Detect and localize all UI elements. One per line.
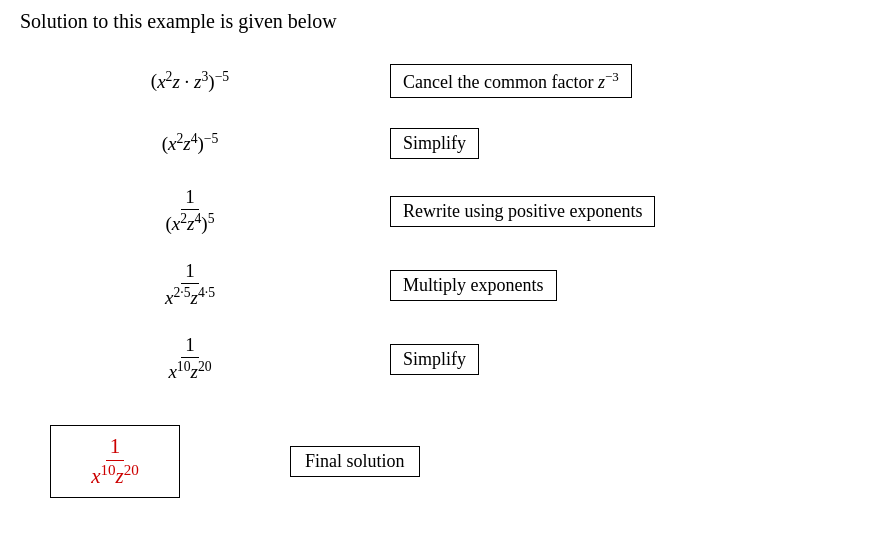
step-row-4: 1 x2·5z4·5 Multiply exponents: [50, 249, 850, 321]
step-label-1: Cancel the common factor z−3: [390, 64, 632, 98]
math-expr-5: 1 x10z20: [50, 334, 330, 383]
step-label-2: Simplify: [390, 128, 479, 159]
step-label-3: Rewrite using positive exponents: [390, 196, 655, 227]
step-row-1: (x2z · z3)−5 Cancel the common factor z−…: [50, 51, 850, 111]
page-title: Solution to this example is given below: [20, 10, 850, 33]
step-label-4: Multiply exponents: [390, 270, 557, 301]
final-row: 1 x10z20 Final solution: [50, 425, 850, 498]
math-expr-2: (x2z4)−5: [50, 131, 330, 155]
step-label-5: Simplify: [390, 344, 479, 375]
math-expr-3: 1 (x2z4)5: [50, 186, 330, 235]
step-row-3: 1 (x2z4)5 Rewrite using positive exponen…: [50, 175, 850, 247]
final-solution-label: Final solution: [290, 446, 420, 477]
math-expr-1: (x2z · z3)−5: [50, 69, 330, 93]
final-answer-box: 1 x10z20: [50, 425, 180, 498]
math-expr-4: 1 x2·5z4·5: [50, 260, 330, 309]
solution-container: (x2z · z3)−5 Cancel the common factor z−…: [20, 51, 850, 498]
step-row-2: (x2z4)−5 Simplify: [50, 113, 850, 173]
step-row-5: 1 x10z20 Simplify: [50, 323, 850, 395]
